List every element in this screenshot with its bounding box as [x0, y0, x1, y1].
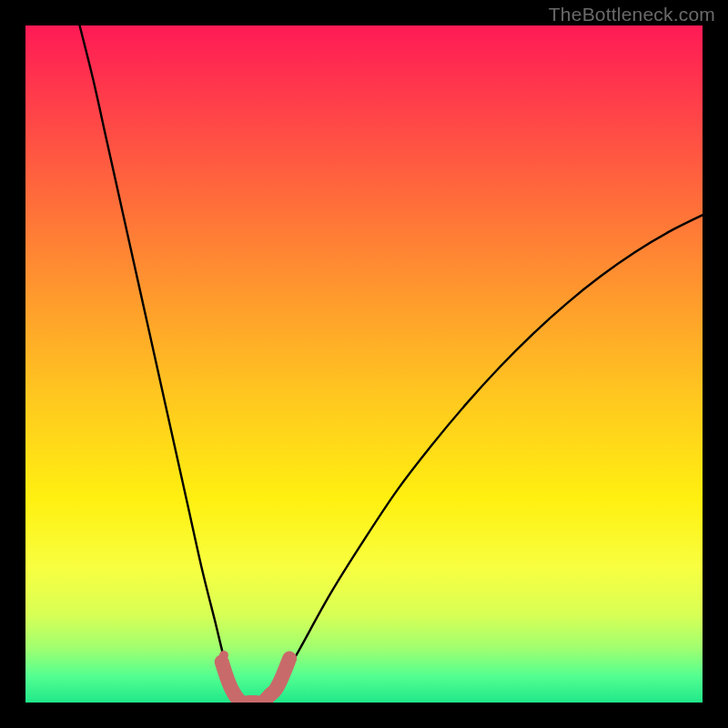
chart-frame: TheBottleneck.com [0, 0, 728, 728]
svg-point-0 [219, 651, 228, 660]
v-curve-path [80, 25, 703, 703]
chart-svg [25, 25, 703, 703]
watermark-text: TheBottleneck.com [549, 4, 715, 25]
v-bottom-marker-path [219, 651, 289, 703]
plot-area [25, 25, 703, 703]
